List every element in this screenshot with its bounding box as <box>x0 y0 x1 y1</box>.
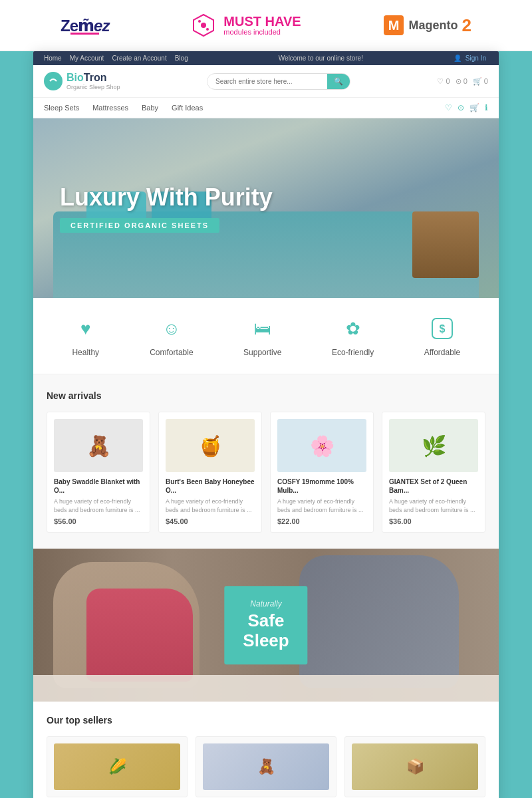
nav-my-account[interactable]: My Account <box>70 55 104 62</box>
feature-eco-label: Eco-friendly <box>332 348 374 357</box>
heart-icon: ♥ <box>72 315 100 342</box>
musthave-badge: MUST HAVE modules included <box>190 12 301 39</box>
nav-sleep-sets[interactable]: Sleep Sets <box>44 104 79 112</box>
seller-img-2: 🧸 <box>203 743 329 790</box>
feature-eco-friendly: ✿ Eco-friendly <box>332 315 374 357</box>
feature-healthy-label: Healthy <box>72 348 99 357</box>
new-arrivals-title: New arrivals <box>47 390 485 401</box>
seller-card-3[interactable]: 📦 <box>344 736 485 797</box>
new-arrivals-section: New arrivals 🧸 Baby Swaddle Blanket with… <box>33 374 499 549</box>
nav-home[interactable]: Home <box>44 55 62 62</box>
product-card-1[interactable]: 🧸 Baby Swaddle Blanket with O... A huge … <box>47 412 150 533</box>
header-icons: ♡ 0 ⊙ 0 🛒 0 <box>437 77 488 86</box>
nav-compare-icon[interactable]: ⊙ <box>458 103 464 112</box>
features-bar: ♥ Healthy ☺ Comfortable 🛏 Supportive ✿ E… <box>33 298 499 374</box>
top-sellers-title: Our top sellers <box>47 715 485 726</box>
svg-text:$: $ <box>440 323 446 334</box>
top-nav: Home My Account Create an Account Blog W… <box>33 51 499 65</box>
compare-icon[interactable]: ⊙ 0 <box>456 77 467 86</box>
logo-icon <box>44 72 63 90</box>
musthave-label: MUST HAVE <box>223 15 301 28</box>
person-icon: 👤 <box>454 55 462 62</box>
nav-action-icons: ♡ ⊙ 🛒 ℹ <box>445 103 488 112</box>
store-nav: Sleep Sets Mattresses Baby Gift Ideas ♡ … <box>33 98 499 118</box>
bed-icon: 🛏 <box>249 315 277 342</box>
zemes-logo: Zem̃ez <box>61 17 109 35</box>
feature-supportive-label: Supportive <box>243 348 281 357</box>
product-name-4: GIANTEX Set of 2 Queen Bam... <box>389 477 478 495</box>
product-desc-2: A huge variety of eco-friendly beds and … <box>166 497 255 514</box>
store-logo-text: BioTron Organic Sleep Shop <box>66 72 120 90</box>
feature-healthy: ♥ Healthy <box>72 315 100 357</box>
top-sellers-products: 🌽 🧸 📦 <box>47 736 485 797</box>
hero-subtitle: CERTIFIED ORGANIC SHEETS <box>60 218 219 233</box>
wishlist-icon[interactable]: ♡ 0 <box>437 77 450 86</box>
nav-wishlist-icon[interactable]: ♡ <box>445 103 452 112</box>
feature-comfortable: ☺ Comfortable <box>150 315 193 357</box>
product-price-4: $36.00 <box>389 517 478 525</box>
nav-info-icon[interactable]: ℹ <box>485 103 488 112</box>
product-card-3[interactable]: 🌸 COSFY 19momme 100% Mulb... A huge vari… <box>270 412 374 533</box>
feature-supportive: 🛏 Supportive <box>243 315 281 357</box>
safe-sleep-box: Naturally Safe Sleep <box>224 586 307 664</box>
store-header: BioTron Organic Sleep Shop 🔍 ♡ 0 ⊙ 0 🛒 0 <box>33 65 499 98</box>
store-logo: BioTron Organic Sleep Shop <box>44 72 120 90</box>
search-bar[interactable]: 🔍 <box>207 73 350 90</box>
svg-point-2 <box>198 20 201 23</box>
nav-mattresses[interactable]: Mattresses <box>92 104 128 112</box>
product-desc-1: A huge variety of eco-friendly beds and … <box>54 497 143 514</box>
person-red-shirt <box>86 589 193 682</box>
hero-banner: Luxury With Purity CERTIFIED ORGANIC SHE… <box>33 118 499 298</box>
svg-text:M: M <box>388 18 399 33</box>
product-card-2[interactable]: 🍯 Burt's Been Baby Honeybee O... A huge … <box>158 412 262 533</box>
nav-baby[interactable]: Baby <box>142 104 158 112</box>
seller-img-3: 📦 <box>352 743 478 790</box>
seller-img-1: 🌽 <box>54 743 180 790</box>
seller-card-1[interactable]: 🌽 <box>47 736 188 797</box>
product-img-1: 🧸 <box>54 419 143 472</box>
nav-create-account[interactable]: Create an Account <box>112 55 166 62</box>
nav-blog[interactable]: Blog <box>175 55 188 62</box>
flower-icon: ✿ <box>339 315 367 342</box>
product-price-2: $45.00 <box>166 517 255 525</box>
logo-bio: Bio <box>66 72 84 83</box>
product-name-2: Burt's Been Baby Honeybee O... <box>166 477 255 495</box>
seller-card-2[interactable]: 🧸 <box>196 736 336 797</box>
musthave-icon <box>190 12 217 39</box>
feature-comfortable-label: Comfortable <box>150 348 193 357</box>
top-nav-links: Home My Account Create an Account Blog <box>44 55 188 62</box>
products-grid: 🧸 Baby Swaddle Blanket with O... A huge … <box>47 412 485 533</box>
svg-point-3 <box>206 28 209 31</box>
product-price-3: $22.00 <box>277 517 366 525</box>
magento-icon: M <box>382 14 405 37</box>
sleep-text: Sleep <box>243 630 289 651</box>
product-img-3: 🌸 <box>277 419 366 472</box>
cart-icon[interactable]: 🛒 0 <box>473 77 488 86</box>
nav-gift-ideas[interactable]: Gift Ideas <box>172 104 203 112</box>
product-name-1: Baby Swaddle Blanket with O... <box>54 477 143 495</box>
smile-icon: ☺ <box>158 315 186 342</box>
signin-link[interactable]: 👤 Sign In <box>454 55 488 62</box>
feature-affordable-label: Affordable <box>424 348 461 357</box>
search-input[interactable] <box>207 74 327 88</box>
product-desc-4: A huge variety of eco-friendly beds and … <box>389 497 478 514</box>
dollar-icon: $ <box>428 315 456 342</box>
safe-sleep-banner: Naturally Safe Sleep <box>33 549 499 702</box>
product-name-3: COSFY 19momme 100% Mulb... <box>277 477 366 495</box>
search-button[interactable]: 🔍 <box>327 74 350 89</box>
feature-affordable: $ Affordable <box>424 315 461 357</box>
magento-brand: M Magento 2 <box>382 14 471 37</box>
hero-title: Luxury With Purity <box>60 184 273 211</box>
naturally-text: Naturally <box>243 599 289 608</box>
welcome-message: Welcome to our online store! <box>279 55 363 62</box>
magento-label: Magento <box>409 19 458 33</box>
furniture <box>412 211 479 278</box>
store-wrapper: Home My Account Create an Account Blog W… <box>33 51 499 798</box>
logo-tron: Tron <box>84 72 107 83</box>
logo-tagline: Organic Sleep Shop <box>66 84 120 90</box>
nav-cart-icon[interactable]: 🛒 <box>469 103 479 112</box>
mattress <box>33 675 499 702</box>
hero-content: Luxury With Purity CERTIFIED ORGANIC SHE… <box>33 184 299 233</box>
svg-point-1 <box>201 23 206 28</box>
product-card-4[interactable]: 🌿 GIANTEX Set of 2 Queen Bam... A huge v… <box>382 412 485 533</box>
